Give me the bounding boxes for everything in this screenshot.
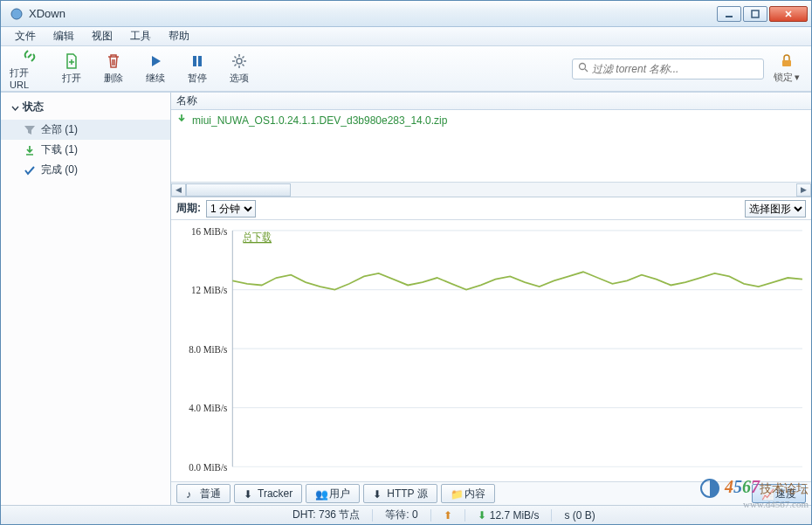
search-icon: [578, 62, 588, 75]
svg-rect-3: [193, 56, 196, 66]
downloading-icon: [176, 114, 189, 127]
svg-rect-1: [726, 16, 733, 17]
tab-label: 普通: [200, 487, 221, 501]
filter-input[interactable]: [592, 63, 758, 75]
tab-speed[interactable]: 📈速度: [752, 484, 806, 503]
filter-searchbox[interactable]: [572, 59, 764, 79]
collapse-icon: [11, 103, 19, 111]
sidebar-header[interactable]: 状态: [1, 98, 170, 120]
status-download-value: 12.7 MiB/s: [490, 509, 540, 522]
sidebar-item-all[interactable]: 全部 (1): [1, 120, 170, 140]
tab-http[interactable]: ⬇HTTP 源: [363, 484, 437, 503]
scroll-track[interactable]: [186, 183, 796, 197]
delete-button[interactable]: 删除: [93, 50, 134, 88]
lock-button[interactable]: 锁定 ▾: [771, 53, 802, 84]
tab-trackers[interactable]: ⬇Tracker: [234, 484, 302, 503]
svg-text:0.0 MiB/s: 0.0 MiB/s: [189, 460, 227, 473]
upload-icon: ⬆: [444, 509, 452, 522]
lock-label: 锁定: [774, 71, 793, 84]
scroll-right-button[interactable]: ▶: [796, 183, 811, 197]
play-icon: [147, 52, 164, 70]
open-label: 打开: [62, 72, 81, 85]
file-add-icon: [63, 52, 80, 70]
tab-label: 内容: [464, 487, 485, 501]
open-url-button[interactable]: 打开 URL: [10, 50, 50, 88]
pause-label: 暂停: [188, 72, 207, 85]
svg-rect-7: [782, 60, 791, 66]
app-title: XDown: [29, 7, 717, 20]
sidebar: 状态 全部 (1) 下载 (1) 完成 (0): [1, 93, 171, 505]
minimize-button[interactable]: [717, 6, 741, 22]
lock-icon: [779, 53, 795, 71]
check-icon: [24, 164, 36, 176]
svg-text:4.0 MiB/s: 4.0 MiB/s: [189, 402, 227, 415]
open-button[interactable]: 打开: [52, 50, 92, 88]
menu-edit[interactable]: 编辑: [45, 27, 83, 45]
menu-tools[interactable]: 工具: [121, 27, 160, 45]
svg-text:12 MiB/s: 12 MiB/s: [191, 283, 228, 296]
close-button[interactable]: [769, 6, 808, 22]
scroll-thumb[interactable]: [186, 183, 291, 197]
tab-general[interactable]: ♪普通: [176, 484, 231, 503]
menu-help[interactable]: 帮助: [160, 27, 198, 45]
titlebar: XDown: [1, 1, 811, 27]
torrent-list: 名称 miui_NUWA_OS1.0.24.1.1.DEV_d3b980e283…: [171, 93, 811, 197]
horizontal-scrollbar[interactable]: ◀ ▶: [171, 182, 811, 197]
status-upload-text: s (0 B): [552, 509, 607, 522]
pause-button[interactable]: 暂停: [177, 50, 217, 88]
table-row[interactable]: miui_NUWA_OS1.0.24.1.1.DEV_d3b980e283_14…: [171, 110, 811, 130]
toolbar: 打开 URL 打开 删除 继续 暂停 选项: [1, 46, 811, 92]
scroll-left-button[interactable]: ◀: [171, 183, 186, 197]
resume-button[interactable]: 继续: [135, 50, 175, 88]
sidebar-item-label: 完成 (0): [41, 162, 78, 177]
speed-chart: 0.0 MiB/s4.0 MiB/s8.0 MiB/s12 MiB/s16 Mi…: [171, 220, 811, 482]
tracker-icon: ⬇: [244, 488, 254, 499]
peers-icon: 👥: [315, 488, 326, 499]
tab-content[interactable]: 📁内容: [441, 484, 495, 503]
menubar: 文件 编辑 视图 工具 帮助: [1, 27, 811, 46]
chart-select[interactable]: 选择图形: [745, 200, 806, 218]
menu-file[interactable]: 文件: [6, 27, 45, 45]
options-button[interactable]: 选项: [219, 50, 259, 88]
sidebar-item-label: 下载 (1): [41, 142, 78, 157]
period-bar: 周期: 1 分钟 选择图形: [171, 197, 811, 220]
link-icon: [21, 47, 38, 65]
folder-icon: 📁: [451, 488, 461, 499]
tab-label: 用户: [329, 487, 350, 501]
tab-label: 速度: [775, 487, 796, 501]
svg-point-5: [237, 59, 242, 64]
detail-tabs: ♪普通 ⬇Tracker 👥用户 ⬇HTTP 源 📁内容 📈速度: [171, 482, 811, 505]
pause-icon: [189, 52, 206, 70]
svg-point-6: [580, 64, 586, 70]
gear-icon: [231, 52, 248, 70]
download-icon: ⬇: [478, 509, 486, 522]
column-header-name[interactable]: 名称: [171, 93, 811, 110]
status-download: ⬇ 12.7 MiB/s: [465, 509, 552, 522]
svg-text:总下载: 总下载: [242, 231, 272, 244]
status-waiting: 等待: 0: [373, 508, 430, 522]
sidebar-header-label: 状态: [23, 100, 44, 114]
sidebar-item-completed[interactable]: 完成 (0): [1, 160, 170, 180]
tab-label: Tracker: [258, 487, 292, 500]
period-select[interactable]: 1 分钟: [206, 200, 256, 218]
resume-label: 继续: [146, 72, 165, 85]
maximize-button[interactable]: [743, 6, 767, 22]
delete-label: 删除: [104, 72, 123, 85]
row-name-cell: miui_NUWA_OS1.0.24.1.1.DEV_d3b980e283_14…: [192, 114, 447, 127]
svg-point-0: [11, 9, 22, 19]
period-label: 周期:: [176, 201, 201, 216]
sidebar-item-downloading[interactable]: 下载 (1): [1, 140, 170, 160]
tab-label: HTTP 源: [387, 487, 427, 501]
menu-view[interactable]: 视图: [83, 27, 121, 45]
svg-rect-4: [198, 56, 202, 66]
http-icon: ⬇: [373, 488, 383, 499]
info-icon: ♪: [186, 488, 196, 499]
column-header-label: 名称: [176, 93, 197, 108]
chevron-down-icon: ▾: [795, 72, 800, 83]
status-upload: ⬆: [431, 509, 464, 522]
tab-peers[interactable]: 👥用户: [306, 484, 360, 503]
speed-icon: 📈: [761, 488, 772, 499]
status-dht: DHT: 736 节点: [280, 508, 372, 522]
svg-rect-2: [752, 10, 759, 17]
open-url-label: 打开 URL: [10, 66, 50, 90]
